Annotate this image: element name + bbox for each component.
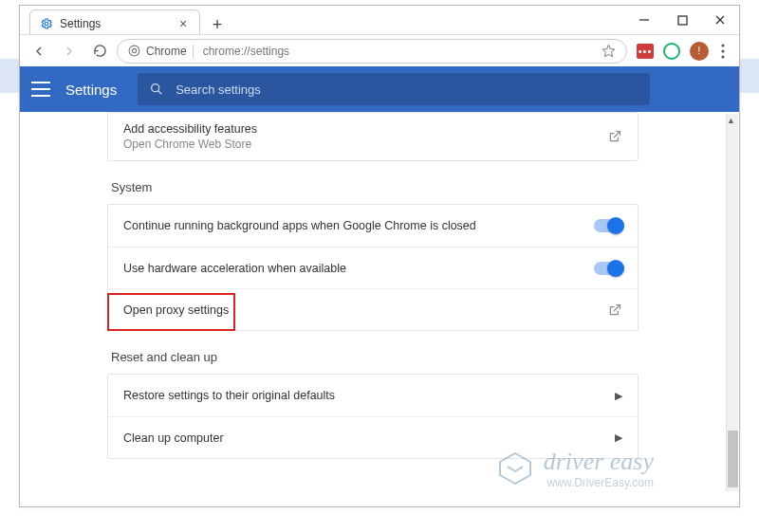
chevron-right-icon: ▶ (615, 390, 622, 402)
external-link-icon (607, 303, 622, 318)
new-tab-button[interactable]: + (206, 13, 229, 36)
reset-heading: Reset and clean up (111, 350, 639, 364)
settings-header: Settings (20, 66, 739, 112)
chrome-icon (127, 45, 140, 58)
scroll-up-button[interactable]: ▲ (725, 114, 737, 127)
row-label: Clean up computer (123, 431, 615, 445)
minimize-button[interactable] (625, 6, 663, 34)
reload-button[interactable] (86, 38, 113, 64)
svg-rect-1 (678, 16, 687, 25)
row-subtitle: Open Chrome Web Store (123, 138, 607, 151)
row-label: Restore settings to their original defau… (123, 389, 615, 402)
bookmark-star-icon[interactable] (602, 44, 617, 59)
svg-point-4 (45, 22, 48, 26)
accessibility-card: Add accessibility features Open Chrome W… (107, 112, 639, 161)
settings-search-box[interactable] (138, 73, 650, 105)
system-heading: System (111, 180, 639, 194)
address-bar[interactable]: Chrome chrome://settings (117, 39, 627, 64)
chrome-menu-icon[interactable] (713, 41, 733, 62)
tab-title: Settings (60, 17, 170, 30)
scrollbar-thumb[interactable] (728, 431, 738, 487)
svg-line-12 (158, 91, 162, 95)
tab-strip: Settings × + (20, 8, 616, 36)
settings-content: Add accessibility features Open Chrome W… (20, 112, 726, 506)
row-label: Add accessibility features (123, 122, 607, 136)
profile-avatar[interactable]: ! (690, 42, 709, 61)
close-tab-icon[interactable]: × (176, 17, 190, 30)
maximize-button[interactable] (663, 6, 701, 34)
open-proxy-settings-row[interactable]: Open proxy settings (108, 288, 638, 330)
url-text: chrome://settings (199, 45, 289, 58)
system-card: Continue running background apps when Go… (107, 204, 639, 331)
search-icon (149, 82, 164, 97)
extension-red-icon[interactable]: ••• (637, 44, 654, 59)
forward-button[interactable] (56, 38, 83, 64)
row-label: Open proxy settings (123, 303, 607, 317)
extension-icons: ••• (631, 43, 686, 60)
close-window-button[interactable] (701, 6, 739, 34)
background-apps-row[interactable]: Continue running background apps when Go… (108, 205, 638, 247)
gear-icon (40, 17, 53, 30)
toggle-switch[interactable] (594, 262, 622, 275)
browser-window: Settings × + Chrome chrome://settings ••… (19, 5, 740, 507)
hamburger-menu-icon[interactable] (31, 82, 50, 97)
clean-up-computer-row[interactable]: Clean up computer ▶ (108, 416, 638, 458)
svg-line-14 (614, 304, 620, 311)
svg-point-6 (132, 48, 136, 52)
add-accessibility-features-row[interactable]: Add accessibility features Open Chrome W… (108, 113, 638, 160)
window-controls (625, 6, 739, 34)
svg-point-5 (129, 46, 139, 56)
svg-marker-7 (602, 45, 615, 57)
restore-defaults-row[interactable]: Restore settings to their original defau… (108, 375, 638, 416)
back-button[interactable] (26, 38, 52, 64)
url-origin-label: Chrome (146, 45, 194, 58)
settings-title: Settings (65, 82, 117, 98)
row-label: Continue running background apps when Go… (123, 219, 594, 232)
svg-point-9 (721, 49, 724, 52)
toggle-switch[interactable] (594, 219, 622, 232)
chevron-right-icon: ▶ (615, 431, 622, 444)
reset-card: Restore settings to their original defau… (107, 374, 639, 459)
svg-point-8 (721, 44, 724, 46)
browser-toolbar: Chrome chrome://settings ••• ! (20, 34, 739, 66)
row-label: Use hardware acceleration when available (123, 262, 594, 275)
tab-settings[interactable]: Settings × (29, 9, 200, 36)
settings-search-input[interactable] (176, 83, 639, 97)
extension-green-circle-icon[interactable] (663, 43, 680, 60)
svg-point-11 (152, 84, 159, 92)
svg-point-10 (721, 55, 724, 58)
external-link-icon (607, 129, 622, 144)
svg-line-13 (614, 132, 620, 138)
hardware-acceleration-row[interactable]: Use hardware acceleration when available (108, 247, 638, 288)
